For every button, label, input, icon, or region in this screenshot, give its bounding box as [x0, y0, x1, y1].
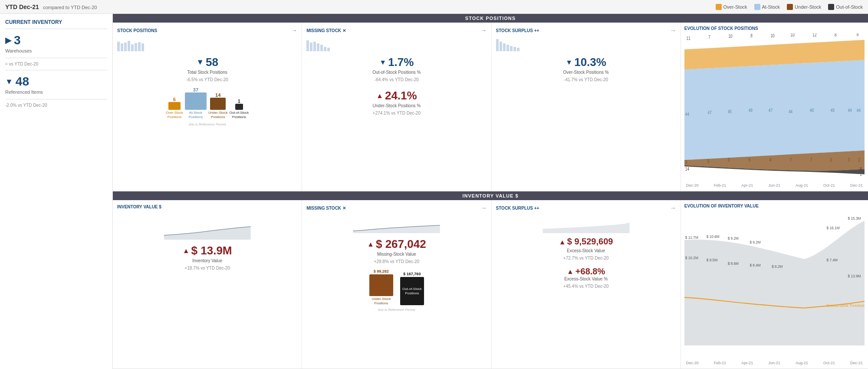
understock-bar	[210, 98, 226, 110]
iv-sparkline	[117, 214, 297, 240]
ev-iv-x-labels: Dec-20 Feb-21 Apr-21 Jun-21 Aug-21 Oct-2…	[684, 361, 865, 365]
sidebar-title: CURRENT INVENTORY	[5, 19, 107, 25]
sp-overstock: 6 Over-StockPositions	[166, 97, 183, 119]
main-layout: CURRENT INVENTORY ▶ 3 Warehouses = vs YT…	[0, 14, 868, 369]
msv-big-label: Missing-Stock Value	[306, 252, 487, 257]
svg-text:$ 15.3M: $ 15.3M	[848, 216, 861, 221]
svg-text:14: 14	[685, 166, 690, 171]
referenced-label: Referenced Items	[5, 89, 107, 95]
ms-big-num: ▼ 1.7%	[306, 56, 487, 69]
svg-text:3: 3	[685, 159, 687, 165]
svg-text:11: 11	[686, 36, 690, 41]
ssv-card-title: STOCK SURPLUS ++ →	[496, 204, 676, 211]
legend-outofstock: Out-of-Stock	[828, 4, 863, 10]
msv-ref-label: line is Reference Period	[306, 308, 487, 312]
svg-text:3: 3	[727, 157, 730, 162]
ss-sparkline	[496, 38, 676, 51]
iv-spark-svg	[117, 214, 297, 240]
svg-text:45: 45	[831, 108, 835, 113]
msv-understock-bar-item: $ 99,282 Under-StockPositions	[369, 269, 393, 305]
stock-surplus-sp-card: STOCK SURPLUS ++ → ▼ 10.3% Over-Stock Po	[492, 23, 681, 191]
msv-bars: $ 99,282 Under-StockPositions $ 167,760 …	[306, 269, 487, 305]
ev-iv-svg: $ 11.7M $ 10.6M $ 9.2M $ 9.2M $ 16.1M $ …	[684, 211, 865, 360]
stock-surplus-iv-card: STOCK SURPLUS ++ → ▲ $ 9,529,609 Excess-…	[492, 200, 681, 369]
ms-big-num2: ▲ 24.1%	[306, 89, 487, 102]
ev-sp-svg: 11 7 10 8 10 10 12 8 8 44 47 45 49	[684, 33, 865, 182]
svg-text:$ 9.2M: $ 9.2M	[750, 240, 760, 245]
sp-sparkline	[117, 38, 297, 51]
ssv-second-metric: ▲ +68.8% Excess-Stock Value % +45.4% vs …	[496, 267, 676, 289]
iv-vs: +18.7% vs YTD Dec-20	[117, 266, 297, 270]
inventory-value-cards: INVENTORY VALUE $ ▲ $ 13.9M Inventory Va…	[113, 200, 868, 369]
svg-text:$ 9.5M: $ 9.5M	[707, 257, 717, 262]
ssv-vs: +72.7% vs YTD Dec-20	[496, 256, 676, 260]
overstock-color	[716, 4, 722, 10]
svg-text:47: 47	[769, 108, 773, 113]
svg-text:7: 7	[810, 157, 812, 162]
vs-label: = vs YTD Dec-20	[5, 62, 107, 66]
ms-sparkline	[306, 38, 487, 51]
sp-breakdown: 6 Over-StockPositions 37 At-StockPositio…	[117, 87, 297, 119]
svg-text:3: 3	[707, 158, 709, 164]
referenced-metric: ▼ 48 Referenced Items	[5, 75, 107, 95]
referenced-num: ▼ 48	[5, 75, 107, 89]
top-bar: YTD Dec-21 compared to YTD Dec-20 Over-S…	[0, 0, 868, 14]
msv-vs: +29.8% vs YTD Dec-20	[306, 259, 487, 264]
inventory-value-card: INVENTORY VALUE $ ▲ $ 13.9M Inventory Va…	[113, 200, 302, 369]
ms-arrow-icon: →	[481, 27, 487, 34]
ev-sp-chart: 11 7 10 8 10 10 12 8 8 44 47 45 49	[684, 33, 865, 182]
svg-text:$ 10.2M: $ 10.2M	[685, 255, 698, 260]
msv-spark-svg	[306, 216, 487, 233]
understock-color	[787, 4, 793, 10]
ms-vs: -64.4% vs YTD Dec-20	[306, 77, 487, 82]
inventory-value-header: INVENTORY VALUE $	[113, 191, 868, 200]
missing-stock-iv-card: MISSING STOCK ✕ → ▲ $ 267,042 Missing-St…	[302, 200, 491, 369]
iv-card-title: INVENTORY VALUE $	[117, 204, 297, 209]
stock-positions-card: STOCK POSITIONS → ▼ 58	[113, 23, 302, 191]
svg-text:44: 44	[848, 108, 852, 113]
sp-big-label: Total Stock Positions	[117, 70, 297, 75]
ss-arrow-icon: →	[670, 27, 676, 34]
svg-text:$ 9.2M: $ 9.2M	[727, 236, 738, 241]
triangle-down-icon: ▼	[5, 77, 13, 86]
ev-sp-x-labels: Dec-20 Feb-21 Apr-21 Jun-21 Aug-21 Oct-2…	[684, 183, 865, 188]
outofstock-color	[828, 4, 834, 10]
svg-text:$ 8.2M: $ 8.2M	[772, 264, 783, 269]
sp-atstock: 37 At-StockPositions	[185, 87, 207, 119]
right-panel: STOCK POSITIONS STOCK POSITIONS →	[113, 14, 868, 369]
ss-vs: -41.7% vs YTD Dec-20	[496, 77, 676, 82]
svg-text:5: 5	[748, 157, 750, 162]
ms-triangle-icon: ▼	[379, 59, 386, 66]
ytd-label: YTD Dec-21 compared to YTD Dec-20	[5, 3, 97, 10]
svg-text:$ 11.7M: $ 11.7M	[685, 235, 698, 240]
svg-text:1: 1	[860, 171, 862, 177]
legend-understock: Under-Stock	[787, 4, 821, 10]
atstock-color	[754, 4, 760, 10]
ms-big-label2: Under-Stock Positions %	[306, 103, 487, 108]
svg-text:12: 12	[812, 33, 816, 38]
legend: Over-Stock At-Stock Under-Stock Out-of-S…	[716, 4, 863, 10]
stock-positions-cards: STOCK POSITIONS → ▼ 58	[113, 23, 868, 191]
svg-text:44: 44	[857, 108, 861, 113]
svg-text:49: 49	[748, 108, 752, 113]
svg-text:$ 8.6M: $ 8.6M	[727, 261, 738, 266]
sp-understock: 14 Under-StockPositions	[208, 92, 227, 119]
svg-text:8: 8	[857, 33, 859, 37]
stock-positions-header: STOCK POSITIONS	[113, 14, 868, 23]
svg-text:7: 7	[708, 34, 710, 40]
ms-second-metric: ▲ 24.1% Under-Stock Positions % +274.1% …	[306, 86, 487, 115]
ev-iv-title: EVOLUTION OF INVENTORY VALUE	[684, 204, 865, 208]
svg-text:10: 10	[728, 33, 733, 39]
overstock-bar	[168, 102, 181, 110]
evolution-sp-card: EVOLUTION OF STOCK POSITIONS	[681, 23, 868, 191]
svg-text:10: 10	[770, 33, 775, 38]
sp-big-num: ▼ 58	[117, 56, 297, 69]
ssv-vs2: +45.4% vs YTD Dec-20	[496, 284, 676, 289]
ms-big-label: Out-of-Stock Positions %	[306, 70, 487, 75]
ms-vs2: +274.1% vs YTD Dec-20	[306, 111, 487, 115]
ssv-big-num: ▲ $ 9,529,609	[496, 237, 676, 247]
ssv-triangle2-icon: ▲	[567, 268, 574, 276]
iv-big-num: ▲ $ 13.9M	[117, 244, 297, 257]
ssv-sparkline	[496, 216, 676, 233]
svg-text:40: 40	[810, 108, 814, 113]
